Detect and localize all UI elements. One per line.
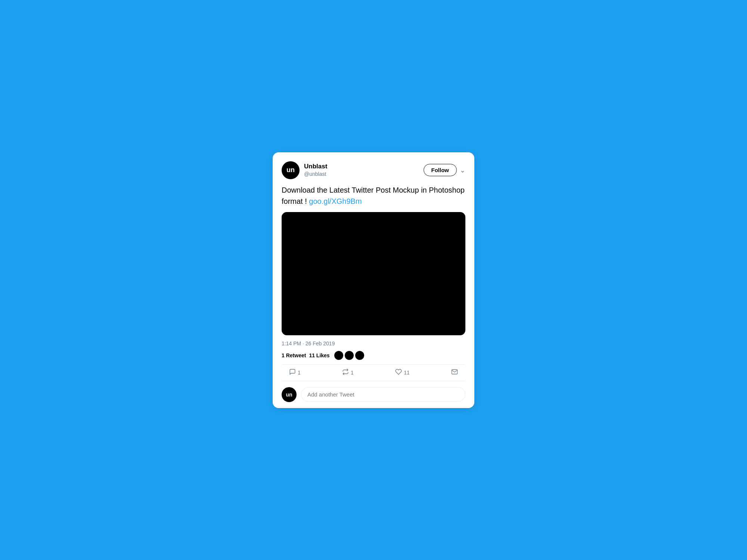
username: @unblast [304,171,327,177]
retweet-count: 1 [282,352,285,358]
tweet-card: un Unblast @unblast Follow ⌄ Download th… [273,152,474,408]
user-info: Unblast @unblast [304,162,327,177]
retweet-label: Retweet [286,352,306,358]
like-action[interactable]: 11 [395,368,410,377]
retweet-stat: 1 Retweet [282,352,306,358]
tweet-actions: 1 1 11 [282,365,465,381]
likes-stat: 11 Likes [309,352,329,358]
retweet-action-count: 1 [351,370,354,376]
avatar-initials: un [286,166,295,174]
tweet-timestamp: 1:14 PM · 26 Feb 2019 [282,340,465,346]
likes-label: Likes [316,352,330,358]
like-avatar-1 [334,351,343,360]
like-avatar-2 [345,351,354,360]
dm-action[interactable] [451,368,458,377]
add-tweet-avatar: un [282,387,297,402]
tweet-image [282,212,465,335]
add-tweet-input[interactable] [301,387,465,402]
reply-action[interactable]: 1 [289,368,301,377]
tweet-text: Download the Latest Twitter Post Mockup … [282,184,465,207]
tweet-stats: 1 Retweet 11 Likes [282,351,465,365]
likes-avatars [334,351,364,360]
tweet-header-left: un Unblast @unblast [282,161,327,179]
chevron-down-icon[interactable]: ⌄ [460,166,465,174]
tweet-link[interactable]: goo.gl/XGh9Bm [309,197,362,205]
reply-count: 1 [298,370,301,376]
reply-icon [289,368,296,377]
retweet-icon [342,368,349,377]
like-avatar-3 [355,351,364,360]
likes-count: 11 [309,352,315,358]
display-name: Unblast [304,162,327,171]
add-tweet-area: un [282,381,465,408]
like-action-count: 11 [404,370,410,376]
follow-button[interactable]: Follow [424,164,457,176]
mail-icon [451,368,458,377]
retweet-action[interactable]: 1 [342,368,354,377]
tweet-header-right: Follow ⌄ [424,164,466,176]
avatar: un [282,161,300,179]
heart-icon [395,368,402,377]
tweet-header: un Unblast @unblast Follow ⌄ [282,161,465,179]
add-tweet-avatar-initials: un [286,392,292,398]
